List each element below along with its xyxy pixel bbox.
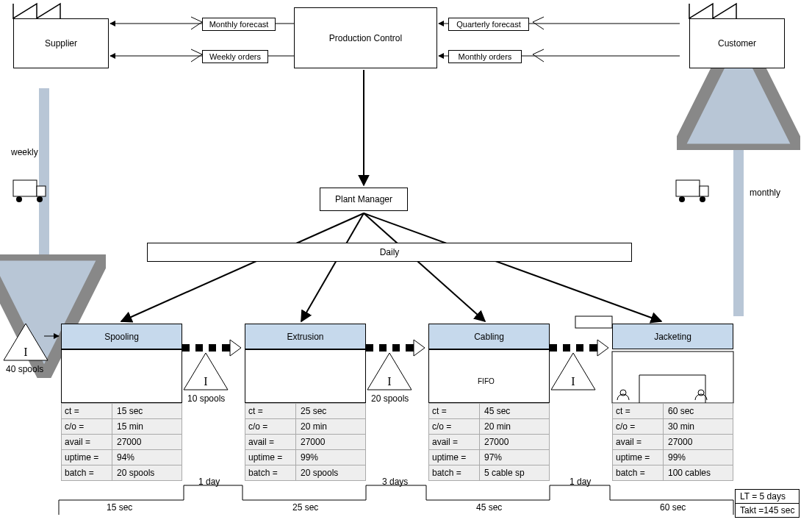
monthly-forecast-tag: Monthly forecast xyxy=(202,18,276,31)
svg-rect-21 xyxy=(182,344,230,352)
svg-rect-23 xyxy=(203,344,209,352)
svg-line-5 xyxy=(121,213,364,321)
process-extrusion: Extrusion xyxy=(245,324,366,349)
plant-manager-box: Plant Manager xyxy=(320,188,408,211)
customer-factory-icon xyxy=(689,4,736,18)
process-cabling: Cabling xyxy=(428,324,550,349)
wait-2: 3 days xyxy=(382,477,408,487)
svg-rect-31 xyxy=(570,344,576,352)
operator-icon xyxy=(617,390,629,400)
inv-10-spools: 10 spools xyxy=(187,393,225,404)
svg-text:I: I xyxy=(24,346,27,358)
va-4: 60 sec xyxy=(660,502,686,513)
va-2: 25 sec xyxy=(292,502,318,513)
operator-icon xyxy=(695,390,707,400)
va-3: 45 sec xyxy=(476,502,502,513)
inventory-triangle-icon: I xyxy=(551,353,595,390)
svg-line-8 xyxy=(364,213,661,321)
svg-rect-14 xyxy=(700,186,708,196)
cabling-data: ct =45 sec c/o =20 min avail =27000 upti… xyxy=(428,403,550,481)
jacketing-data: ct =60 sec c/o =30 min avail =27000 upti… xyxy=(612,403,733,481)
daily-bar: Daily xyxy=(147,243,632,262)
svg-rect-22 xyxy=(190,344,195,352)
supplier-factory-icon xyxy=(13,4,60,18)
wait-1: 1 day xyxy=(198,477,220,487)
svg-text:I: I xyxy=(387,375,391,388)
summary-table: LT = 5 days Takt =145 sec xyxy=(735,489,800,518)
truck-icon xyxy=(676,180,708,202)
fifo-label: FIFO xyxy=(478,377,495,385)
process-spooling: Spooling xyxy=(61,324,182,349)
supplier-box: Supplier xyxy=(13,18,109,68)
svg-rect-32 xyxy=(583,344,589,352)
svg-point-16 xyxy=(700,196,705,202)
supplier-inventory-label: 40 spools xyxy=(6,364,43,374)
svg-point-11 xyxy=(16,196,22,202)
svg-rect-25 xyxy=(366,344,414,352)
svg-point-12 xyxy=(37,196,43,202)
quarterly-forecast-tag: Quarterly forecast xyxy=(448,18,529,31)
svg-rect-24 xyxy=(216,344,222,352)
svg-line-7 xyxy=(364,213,485,321)
svg-rect-28 xyxy=(400,344,406,352)
va-1: 15 sec xyxy=(107,502,132,513)
shipping-dock-icon xyxy=(612,352,733,403)
monthly-ship-label: monthly xyxy=(750,188,780,198)
production-control-label: Production Control xyxy=(329,33,402,43)
svg-rect-26 xyxy=(373,344,379,352)
push-arrow-icon xyxy=(366,340,425,356)
inventory-triangle-icon: I xyxy=(184,353,228,390)
svg-point-15 xyxy=(679,196,685,202)
svg-rect-30 xyxy=(557,344,563,352)
truck-icon xyxy=(13,180,46,202)
takt-cell: Takt =145 sec xyxy=(736,504,800,518)
process-body xyxy=(245,349,366,403)
inventory-triangle-icon: I xyxy=(4,324,48,360)
svg-text:I: I xyxy=(571,375,575,388)
process-jacketing: Jacketing xyxy=(612,324,733,349)
customer-label: Customer xyxy=(718,38,756,49)
process-body xyxy=(428,349,550,403)
svg-rect-42 xyxy=(575,316,612,328)
customer-box: Customer xyxy=(689,18,785,68)
spooling-data: ct =15 sec c/o =15 min avail =27000 upti… xyxy=(61,403,182,481)
svg-rect-13 xyxy=(676,180,700,196)
svg-point-37 xyxy=(620,390,626,396)
svg-line-6 xyxy=(301,213,364,321)
production-control-box: Production Control xyxy=(294,7,437,68)
inventory-triangle-icon: I xyxy=(367,353,412,390)
lt-cell: LT = 5 days xyxy=(736,490,800,504)
svg-rect-10 xyxy=(37,186,46,196)
svg-rect-27 xyxy=(387,344,392,352)
svg-rect-9 xyxy=(13,180,37,196)
svg-rect-29 xyxy=(550,344,597,352)
inv-20-spools: 20 spools xyxy=(371,393,409,404)
supplier-label: Supplier xyxy=(45,38,77,49)
push-arrow-icon xyxy=(550,340,608,356)
monthly-orders-tag: Monthly orders xyxy=(448,50,522,63)
weekly-orders-tag: Weekly orders xyxy=(202,50,268,63)
push-arrow-icon xyxy=(182,340,241,356)
svg-text:I: I xyxy=(204,375,207,388)
svg-point-38 xyxy=(698,390,704,396)
svg-rect-43 xyxy=(612,352,733,403)
process-body xyxy=(61,349,182,403)
extrusion-data: ct =25 sec c/o =20 min avail =27000 upti… xyxy=(245,403,366,481)
weekly-ship-label: weekly xyxy=(11,147,38,157)
wait-3: 1 day xyxy=(570,477,591,487)
